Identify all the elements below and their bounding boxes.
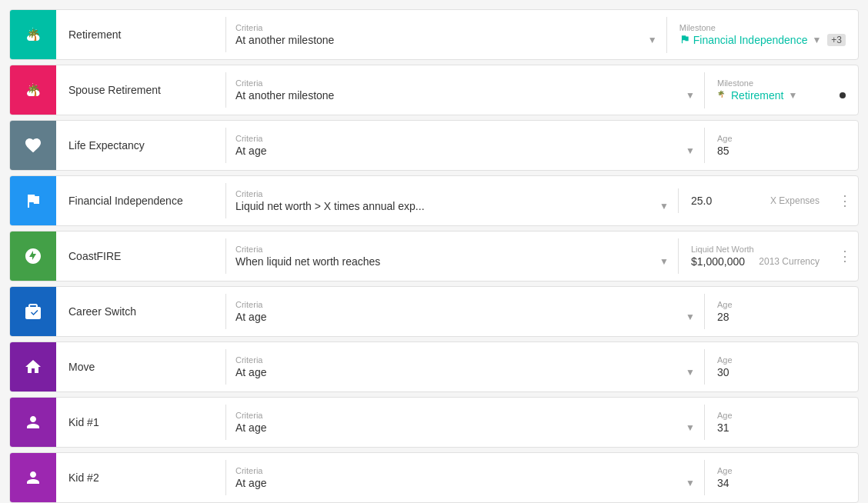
milestone-icon-life-expectancy [10, 121, 56, 170]
milestone-icon-spouse-retirement: 🌴 [10, 65, 56, 115]
value-text-life-expectancy: 85 [717, 145, 729, 157]
milestone-name-move: Move [56, 361, 225, 373]
value-content-career-switch: 28 [717, 311, 846, 323]
value-text-financial-independence: 25.0 [691, 195, 712, 207]
criteria-select-financial-independence[interactable]: Liquid net worth > X times annual exp...… [235, 200, 669, 212]
criteria-section-financial-independence[interactable]: CriteriaLiquid net worth > X times annua… [225, 183, 678, 218]
value-section-retirement: MilestoneFinancial Independence▼+3 [666, 17, 858, 53]
criteria-chevron-coastfire: ▼ [659, 256, 669, 267]
svg-text:🌴: 🌴 [717, 90, 726, 98]
criteria-chevron-career-switch: ▼ [686, 311, 695, 322]
criteria-section-life-expectancy[interactable]: CriteriaAt age▼ [225, 128, 704, 163]
dot-badge-spouse-retirement [840, 92, 846, 98]
value-text-kid1: 31 [717, 421, 729, 434]
criteria-section-kid1[interactable]: CriteriaAt age▼ [225, 405, 704, 440]
value-label-coastfire: Liquid Net Worth [691, 245, 820, 254]
criteria-section-move[interactable]: CriteriaAt age▼ [225, 349, 704, 385]
criteria-value-kid1: At age [235, 421, 266, 434]
milestone-row-spouse-retirement: 🌴 Spouse RetirementCriteriaAt another mi… [9, 65, 859, 115]
criteria-section-career-switch[interactable]: CriteriaAt age▼ [225, 294, 704, 329]
ref-icon-spouse-retirement: 🌴 [717, 89, 728, 102]
value-content-spouse-retirement: 🌴Retirement▼ [717, 89, 846, 102]
criteria-select-life-expectancy[interactable]: At age▼ [235, 145, 695, 157]
milestone-ref-retirement[interactable]: Financial Independence▼ [679, 34, 822, 47]
criteria-chevron-spouse-retirement: ▼ [686, 90, 695, 101]
criteria-label-life-expectancy: Criteria [235, 134, 695, 143]
milestone-name-financial-independence: Financial Independence [56, 195, 225, 207]
value-content-financial-independence: 25.0X Expenses [691, 195, 820, 207]
milestone-row-financial-independence: Financial IndependenceCriteriaLiquid net… [9, 175, 859, 226]
criteria-section-kid2[interactable]: CriteriaAt age▼ [225, 460, 704, 495]
milestone-ref-spouse-retirement[interactable]: 🌴Retirement▼ [717, 89, 797, 102]
criteria-select-kid1[interactable]: At age▼ [235, 421, 695, 434]
criteria-select-retirement[interactable]: At another milestone▼ [235, 34, 657, 46]
milestone-row-career-switch: Career SwitchCriteriaAt age▼Age28 [9, 286, 859, 337]
value-section-financial-independence: 25.0X Expenses [678, 188, 832, 213]
milestone-row-move: MoveCriteriaAt age▼Age30 [9, 341, 859, 392]
criteria-section-spouse-retirement[interactable]: CriteriaAt another milestone▼ [225, 72, 704, 108]
value-section-kid2: Age34 [704, 460, 858, 495]
svg-text:🌴: 🌴 [27, 28, 41, 42]
value-text-kid2: 34 [717, 477, 729, 489]
value-tag-coastfire: 2013 Currency [759, 256, 820, 267]
milestone-row-retirement: 🌴 RetirementCriteriaAt another milestone… [9, 9, 859, 60]
criteria-chevron-kid1: ▼ [686, 422, 695, 433]
value-label-spouse-retirement: Milestone [717, 78, 846, 88]
value-label-kid2: Age [717, 466, 846, 475]
criteria-value-spouse-retirement: At another milestone [235, 89, 334, 102]
more-menu-coastfire[interactable]: ⋮ [832, 232, 858, 281]
criteria-value-move: At age [235, 366, 266, 378]
milestone-list: 🌴 RetirementCriteriaAt another milestone… [9, 9, 859, 503]
criteria-label-retirement: Criteria [235, 23, 657, 32]
criteria-select-move[interactable]: At age▼ [235, 366, 695, 378]
criteria-label-kid1: Criteria [235, 411, 695, 420]
milestone-row-kid2: Kid #2CriteriaAt age▼Age34 [9, 452, 859, 503]
ref-icon-retirement [679, 34, 690, 47]
milestone-icon-kid1 [10, 398, 56, 447]
milestone-row-kid1: Kid #1CriteriaAt age▼Age31 [9, 397, 859, 448]
criteria-label-coastfire: Criteria [235, 245, 669, 254]
milestone-name-kid2: Kid #2 [56, 471, 225, 484]
value-section-spouse-retirement: Milestone🌴Retirement▼ [704, 72, 858, 108]
value-content-move: 30 [717, 366, 846, 378]
milestone-row-coastfire: CoastFIRECriteriaWhen liquid net worth r… [9, 231, 859, 281]
milestone-name-coastfire: CoastFIRE [56, 250, 225, 262]
milestone-name-life-expectancy: Life Expectancy [56, 139, 225, 152]
milestone-icon-career-switch [10, 287, 56, 336]
value-content-kid2: 34 [717, 477, 846, 489]
value-label-career-switch: Age [717, 300, 846, 309]
criteria-section-coastfire[interactable]: CriteriaWhen liquid net worth reaches▼ [225, 238, 678, 274]
milestone-name-career-switch: Career Switch [56, 305, 225, 318]
criteria-select-career-switch[interactable]: At age▼ [235, 311, 695, 323]
criteria-value-career-switch: At age [235, 311, 266, 323]
milestone-icon-financial-independence [10, 176, 56, 225]
criteria-select-kid2[interactable]: At age▼ [235, 477, 695, 489]
milestone-row-life-expectancy: Life ExpectancyCriteriaAt age▼Age85 [9, 120, 859, 171]
criteria-select-coastfire[interactable]: When liquid net worth reaches▼ [235, 255, 669, 268]
criteria-value-coastfire: When liquid net worth reaches [235, 255, 380, 268]
milestone-icon-coastfire [10, 232, 56, 281]
criteria-label-move: Criteria [235, 355, 695, 365]
ref-text-spouse-retirement: Retirement [731, 89, 783, 102]
criteria-value-kid2: At age [235, 477, 266, 489]
milestone-name-retirement: Retirement [56, 28, 225, 41]
criteria-chevron-retirement: ▼ [648, 35, 657, 45]
milestone-icon-kid2 [10, 453, 56, 502]
milestone-name-spouse-retirement: Spouse Retirement [56, 84, 225, 96]
value-text-coastfire: $1,000,000 [691, 255, 745, 268]
criteria-label-financial-independence: Criteria [235, 189, 669, 198]
value-text-move: 30 [717, 366, 729, 378]
value-content-coastfire: $1,000,0002013 Currency [691, 255, 820, 268]
criteria-label-spouse-retirement: Criteria [235, 78, 695, 88]
criteria-section-retirement[interactable]: CriteriaAt another milestone▼ [225, 17, 666, 52]
value-label-move: Age [717, 355, 846, 365]
criteria-select-spouse-retirement[interactable]: At another milestone▼ [235, 89, 695, 102]
value-content-life-expectancy: 85 [717, 145, 846, 157]
value-section-kid1: Age31 [704, 405, 858, 440]
more-menu-financial-independence[interactable]: ⋮ [832, 176, 858, 225]
value-label-kid1: Age [717, 411, 846, 420]
value-section-move: Age30 [704, 349, 858, 385]
criteria-chevron-move: ▼ [686, 367, 695, 378]
value-content-retirement: Financial Independence▼+3 [679, 34, 846, 47]
value-tag-financial-independence: X Expenses [770, 195, 820, 206]
